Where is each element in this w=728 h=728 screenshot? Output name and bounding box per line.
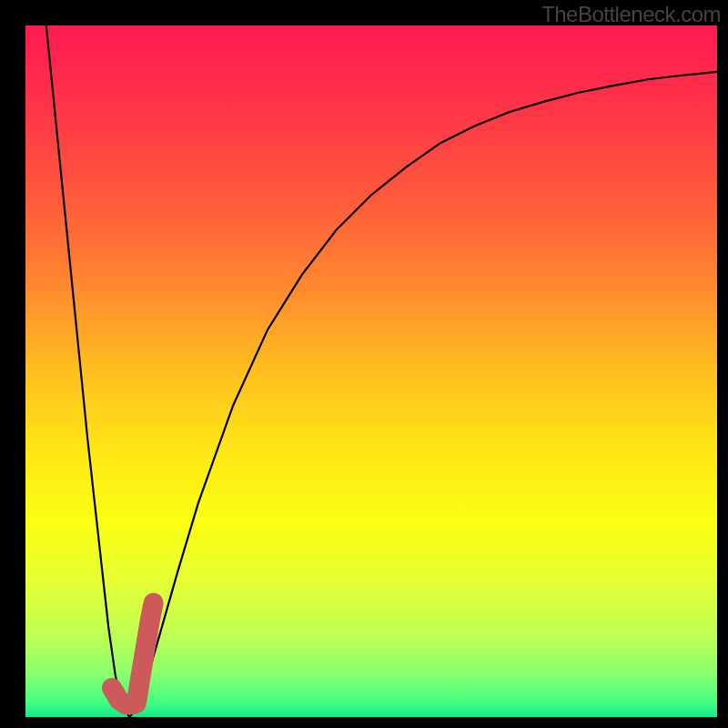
watermark-text: TheBottleneck.com xyxy=(541,2,721,27)
chart-container: TheBottleneck.com xyxy=(0,0,728,728)
chart-plot xyxy=(0,0,728,728)
plot-area xyxy=(25,25,717,717)
